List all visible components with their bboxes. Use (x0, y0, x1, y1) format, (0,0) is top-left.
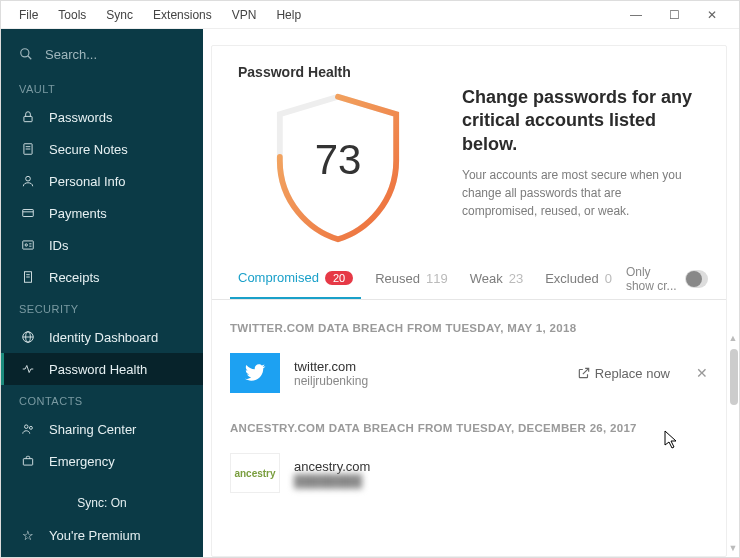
sidebar-item-identity-dashboard[interactable]: Identity Dashboard (1, 321, 203, 353)
compromised-count-badge: 20 (325, 271, 353, 285)
password-health-title: Password Health (238, 64, 438, 80)
svg-point-6 (26, 176, 31, 181)
card-icon (19, 206, 37, 220)
dismiss-button[interactable]: ✕ (696, 365, 708, 381)
id-icon (19, 238, 37, 252)
heartbeat-icon (19, 362, 37, 376)
sidebar-item-label: IDs (49, 238, 69, 253)
scroll-up-arrow-icon[interactable]: ▲ (728, 333, 738, 343)
menubar: File Tools Sync Extensions VPN Help — ☐ … (1, 1, 739, 29)
sidebar-item-label: Identity Dashboard (49, 330, 158, 345)
sidebar-item-passwords[interactable]: Passwords (1, 101, 203, 133)
only-show-critical-label: Only show cr... (626, 265, 677, 293)
svg-point-19 (25, 425, 29, 429)
sidebar-item-label: Emergency (49, 454, 115, 469)
reused-count: 119 (426, 271, 448, 286)
mouse-cursor-icon (664, 430, 680, 450)
sidebar-item-password-health[interactable]: Password Health (1, 353, 203, 385)
only-show-critical-toggle[interactable] (685, 270, 708, 288)
globe-icon (19, 330, 37, 344)
window-close-button[interactable]: ✕ (693, 1, 731, 28)
svg-rect-21 (23, 459, 32, 465)
entry-site: twitter.com (294, 359, 577, 374)
health-heading: Change passwords for any critical accoun… (462, 86, 700, 156)
svg-point-0 (21, 49, 29, 57)
premium-status[interactable]: ☆You're Premium (1, 519, 203, 551)
excluded-count: 0 (605, 271, 612, 286)
sidebar-item-emergency[interactable]: Emergency (1, 445, 203, 477)
sidebar-item-personal-info[interactable]: Personal Info (1, 165, 203, 197)
health-tabs: Compromised20 Reused119 Weak23 Excluded0… (212, 258, 726, 300)
briefcase-icon (19, 454, 37, 468)
svg-point-20 (29, 426, 32, 429)
window-minimize-button[interactable]: — (617, 1, 655, 28)
scrollbar-thumb[interactable] (730, 349, 738, 405)
entry-user: neiljrubenking (294, 374, 577, 388)
premium-label: You're Premium (49, 528, 141, 543)
menu-extensions[interactable]: Extensions (143, 1, 222, 28)
tab-excluded[interactable]: Excluded0 (537, 258, 620, 299)
sidebar-item-payments[interactable]: Payments (1, 197, 203, 229)
breach-header: ANCESTRY.COM DATA BREACH FROM TUESDAY, D… (230, 422, 708, 434)
sidebar-item-label: Sharing Center (49, 422, 136, 437)
search-placeholder: Search... (45, 47, 97, 62)
scroll-down-arrow-icon[interactable]: ▼ (728, 543, 738, 553)
health-score-value: 73 (263, 88, 413, 248)
star-icon: ☆ (19, 528, 37, 543)
section-vault-label: VAULT (1, 73, 203, 101)
breach-header: TWITTER.COM DATA BREACH FROM TUESDAY, MA… (230, 322, 708, 334)
section-contacts-label: CONTACTS (1, 385, 203, 413)
tab-reused[interactable]: Reused119 (367, 258, 456, 299)
svg-rect-9 (23, 241, 34, 249)
lock-icon (19, 110, 37, 124)
menu-tools[interactable]: Tools (48, 1, 96, 28)
svg-rect-7 (23, 210, 34, 217)
sidebar-item-secure-notes[interactable]: Secure Notes (1, 133, 203, 165)
sidebar-item-sharing-center[interactable]: Sharing Center (1, 413, 203, 445)
tab-weak[interactable]: Weak23 (462, 258, 531, 299)
sidebar-item-label: Passwords (49, 110, 113, 125)
health-subtext: Your accounts are most secure when you c… (462, 166, 700, 220)
people-icon (19, 422, 37, 436)
section-security-label: SECURITY (1, 293, 203, 321)
sidebar-item-label: Secure Notes (49, 142, 128, 157)
person-icon (19, 174, 37, 188)
menu-vpn[interactable]: VPN (222, 1, 267, 28)
sync-status[interactable]: Sync: On (1, 487, 203, 519)
ancestry-logo-icon: ancestry (230, 453, 280, 493)
breach-entry[interactable]: twitter.com neiljrubenking Replace now ✕ (230, 348, 708, 398)
menu-sync[interactable]: Sync (96, 1, 143, 28)
menu-help[interactable]: Help (266, 1, 311, 28)
breach-entry[interactable]: ancestry ancestry.com ████████ (230, 448, 708, 498)
sidebar-item-label: Receipts (49, 270, 100, 285)
sidebar: Search... VAULT Passwords Secure Notes P… (1, 29, 203, 557)
twitter-logo-icon (230, 353, 280, 393)
search-input[interactable]: Search... (1, 35, 203, 73)
sidebar-item-label: Payments (49, 206, 107, 221)
sidebar-item-ids[interactable]: IDs (1, 229, 203, 261)
sidebar-item-label: Password Health (49, 362, 147, 377)
svg-rect-2 (24, 116, 32, 121)
entry-site: ancestry.com (294, 459, 708, 474)
weak-count: 23 (509, 271, 523, 286)
sidebar-item-label: Personal Info (49, 174, 126, 189)
window-maximize-button[interactable]: ☐ (655, 1, 693, 28)
breach-list: TWITTER.COM DATA BREACH FROM TUESDAY, MA… (212, 300, 726, 556)
tab-compromised[interactable]: Compromised20 (230, 258, 361, 299)
svg-line-1 (28, 56, 32, 60)
sidebar-item-receipts[interactable]: Receipts (1, 261, 203, 293)
receipt-icon (19, 270, 37, 284)
external-link-icon (577, 366, 591, 380)
replace-now-button[interactable]: Replace now (577, 366, 670, 381)
search-icon (19, 47, 33, 61)
health-score-shield: 73 (263, 88, 413, 248)
menu-file[interactable]: File (9, 1, 48, 28)
entry-user: ████████ (294, 474, 708, 488)
svg-point-10 (25, 244, 27, 246)
main-content: Password Health 73 Change passwords for … (203, 29, 739, 557)
note-icon (19, 142, 37, 156)
